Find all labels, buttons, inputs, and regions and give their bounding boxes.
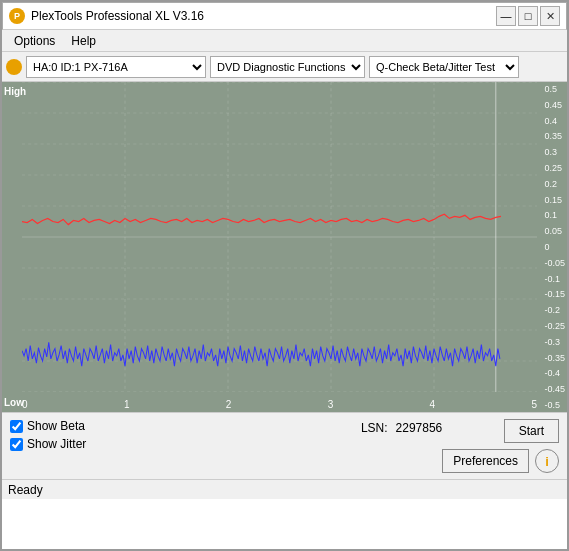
chart-area: High Low 0.5 0.45 0.4 0.35 0.3 0.25 0.2 … (2, 82, 567, 412)
show-beta-text: Show Beta (27, 419, 85, 433)
title-bar: P PlexTools Professional XL V3.16 — □ ✕ (2, 2, 567, 30)
minimize-button[interactable]: — (496, 6, 516, 26)
y-axis-right: 0.5 0.45 0.4 0.35 0.3 0.25 0.2 0.15 0.1 … (544, 82, 565, 412)
start-button[interactable]: Start (504, 419, 559, 443)
window-title: PlexTools Professional XL V3.16 (31, 9, 204, 23)
x-axis: 0 1 2 3 4 5 (22, 399, 537, 410)
show-beta-checkbox[interactable] (10, 420, 23, 433)
bottom-checks: Show Beta Show Jitter (10, 419, 361, 451)
title-controls: — □ ✕ (496, 6, 560, 26)
show-jitter-label[interactable]: Show Jitter (10, 437, 361, 451)
toolbar: HA:0 ID:1 PX-716A DVD Diagnostic Functio… (2, 52, 567, 82)
show-beta-label[interactable]: Show Beta (10, 419, 361, 433)
status-text: Ready (8, 483, 43, 497)
app-icon: P (9, 8, 25, 24)
test-select[interactable]: Q-Check Beta/Jitter Test (369, 56, 519, 78)
maximize-button[interactable]: □ (518, 6, 538, 26)
close-button[interactable]: ✕ (540, 6, 560, 26)
bottom-panel: Show Beta Show Jitter LSN: 2297856 Start… (2, 412, 567, 479)
status-bar: Ready (2, 479, 567, 499)
jitter-line (22, 342, 500, 366)
lsn-value: 2297856 (396, 421, 443, 435)
menu-options[interactable]: Options (6, 32, 63, 50)
chart-svg (22, 82, 537, 392)
title-left: P PlexTools Professional XL V3.16 (9, 8, 204, 24)
show-jitter-text: Show Jitter (27, 437, 86, 451)
chart-low-label: Low (4, 397, 24, 408)
show-jitter-checkbox[interactable] (10, 438, 23, 451)
menu-help[interactable]: Help (63, 32, 104, 50)
beta-line (22, 214, 501, 224)
menu-bar: Options Help (2, 30, 567, 52)
lsn-label: LSN: (361, 421, 388, 435)
function-select[interactable]: DVD Diagnostic Functions (210, 56, 365, 78)
info-button[interactable]: i (535, 449, 559, 473)
drive-icon (6, 59, 22, 75)
drive-select[interactable]: HA:0 ID:1 PX-716A (26, 56, 206, 78)
preferences-button[interactable]: Preferences (442, 449, 529, 473)
